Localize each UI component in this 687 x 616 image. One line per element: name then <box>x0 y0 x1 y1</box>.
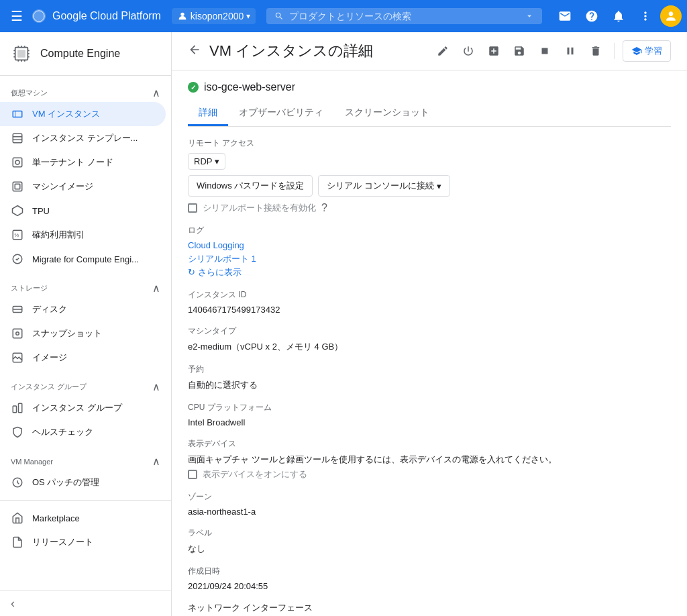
project-icon <box>177 11 188 21</box>
sidebar-item-release-notes[interactable]: リリースノート <box>0 530 166 554</box>
sidebar-item-disks[interactable]: ディスク <box>0 297 166 321</box>
display-device-toggle-row: 表示デバイスをオンにする <box>188 468 671 480</box>
bell-icon[interactable] <box>606 4 631 28</box>
sidebar-collapse-btn[interactable]: ‹ <box>0 591 171 616</box>
serial-port-link[interactable]: シリアルポート 1 <box>188 254 256 264</box>
tab-observability[interactable]: オブザーバビリティ <box>228 101 334 126</box>
display-device-checkbox[interactable] <box>188 470 197 479</box>
sidebar-section-instance-groups: インスタンス グループ ∧ <box>0 370 171 396</box>
instance-groups-icon <box>11 401 24 415</box>
serial-console-chevron-icon: ▾ <box>437 181 441 191</box>
snapshots-icon <box>11 327 24 340</box>
learn-button[interactable]: 学習 <box>623 40 671 62</box>
tab-detail[interactable]: 詳細 <box>188 101 228 126</box>
tab-screenshot[interactable]: スクリーンショット <box>334 101 440 126</box>
sidebar-item-os-patch[interactable]: OS パッチの管理 <box>0 470 166 495</box>
sidebar-item-sole-tenant-label: 単一テナント ノード <box>32 156 113 168</box>
sidebar-item-machine-images[interactable]: マシンイメージ <box>0 174 166 199</box>
sidebar-header: Compute Engine <box>0 32 171 76</box>
instance-name-row: iso-gce-web-server <box>188 81 671 93</box>
committed-use-icon: % <box>11 228 24 242</box>
sidebar-item-migrate[interactable]: Migrate for Compute Engi... <box>0 247 166 271</box>
vm-manager-collapse-icon[interactable]: ∧ <box>152 455 160 468</box>
cpu-platform-section: CPU プラットフォーム Intel Broadwell <box>188 402 671 427</box>
windows-password-button[interactable]: Windows パスワードを設定 <box>188 175 313 197</box>
instance-templates-icon <box>11 132 24 145</box>
sidebar-item-instance-groups-label: インスタンス グループ <box>32 402 122 414</box>
sidebar: Compute Engine 仮想マシン ∧ VM インスタンス インスタンス … <box>0 32 172 616</box>
serial-port-row: シリアルポート接続を有効化 ? <box>188 202 671 214</box>
sidebar-item-snapshots[interactable]: スナップショット <box>0 321 166 346</box>
display-device-toggle-label: 表示デバイスをオンにする <box>203 468 307 480</box>
serial-console-button[interactable]: シリアル コンソールに接続 ▾ <box>318 175 450 197</box>
add-button[interactable] <box>484 41 504 61</box>
sidebar-collapse-icon: ‹ <box>11 597 15 611</box>
user-avatar[interactable] <box>660 5 682 27</box>
sidebar-item-marketplace-label: Marketplace <box>32 513 80 523</box>
pause-button[interactable] <box>560 41 580 61</box>
release-notes-icon <box>11 535 24 549</box>
reservation-section: 予約 自動的に選択する <box>188 364 671 391</box>
sidebar-item-release-notes-label: リリースノート <box>32 536 93 548</box>
sidebar-item-images-label: イメージ <box>32 352 67 364</box>
labels-value: なし <box>188 543 671 555</box>
help-icon[interactable] <box>580 4 604 28</box>
sidebar-item-health-checks[interactable]: ヘルスチェック <box>0 420 166 444</box>
notifications-icon[interactable] <box>553 4 577 28</box>
labels-title: ラベル <box>188 527 671 539</box>
search-icon <box>274 11 284 21</box>
sidebar-header-title: Compute Engine <box>40 48 120 60</box>
topbar-logo-text: Google Cloud Platform <box>52 10 161 22</box>
storage-collapse-icon[interactable]: ∧ <box>152 282 160 295</box>
serial-port-checkbox[interactable] <box>188 203 197 213</box>
more-options-icon[interactable] <box>633 4 657 28</box>
reservation-value: 自動的に選択する <box>188 379 671 391</box>
sidebar-item-tpu[interactable]: TPU <box>0 199 166 223</box>
sidebar-item-committed-use[interactable]: % 確約利用割引 <box>0 223 166 247</box>
sidebar-item-snapshots-label: スナップショット <box>32 327 102 340</box>
cpu-platform-title: CPU プラットフォーム <box>188 402 671 413</box>
search-input[interactable] <box>289 11 519 21</box>
save-button[interactable] <box>509 41 529 61</box>
labels-section: ラベル なし <box>188 527 671 555</box>
edit-button[interactable] <box>433 41 453 61</box>
stop-button[interactable] <box>535 41 555 61</box>
instance-id-section: インスタンス ID 1406467175499173432 <box>188 289 671 315</box>
svg-rect-34 <box>19 403 22 413</box>
serial-port-help-icon[interactable]: ? <box>321 202 327 214</box>
sidebar-item-disks-label: ディスク <box>32 303 67 315</box>
project-chevron-icon: ▾ <box>246 11 250 21</box>
rdp-buttons-row: Windows パスワードを設定 シリアル コンソールに接続 ▾ <box>188 175 671 197</box>
topbar-search-bar[interactable] <box>266 8 542 24</box>
sidebar-item-images[interactable]: イメージ <box>0 346 166 370</box>
rdp-dropdown[interactable]: RDP ▾ <box>188 153 225 170</box>
sidebar-item-instance-templates[interactable]: インスタンス テンプレー... <box>0 126 166 150</box>
power-button[interactable] <box>458 41 478 61</box>
topbar-project-selector[interactable]: kisopon2000 ▾ <box>172 8 256 24</box>
section-collapse-icon[interactable]: ∧ <box>152 87 160 99</box>
instance-groups-collapse-icon[interactable]: ∧ <box>152 380 160 393</box>
divider <box>614 43 615 59</box>
content-body: iso-gce-web-server 詳細 オブザーバビリティ スクリーンショッ… <box>172 70 687 616</box>
sidebar-item-marketplace[interactable]: Marketplace <box>0 506 166 530</box>
machine-images-icon <box>11 180 24 193</box>
svg-rect-20 <box>13 158 22 167</box>
sidebar-item-instance-groups[interactable]: インスタンス グループ <box>0 396 166 420</box>
instance-id-title: インスタンス ID <box>188 289 671 301</box>
sidebar-item-migrate-label: Migrate for Compute Engi... <box>32 254 139 264</box>
created-at-section: 作成日時 2021/09/24 20:04:55 <box>188 566 671 591</box>
more-display-link[interactable]: ↻ さらに表示 <box>188 267 242 277</box>
back-button[interactable] <box>188 43 201 60</box>
delete-button[interactable] <box>586 41 606 61</box>
sidebar-item-vm-instances[interactable]: VM インスタンス <box>0 102 166 126</box>
log-section: ログ Cloud Logging シリアルポート 1 ↻ さらに表示 <box>188 225 671 278</box>
cloud-logging-link[interactable]: Cloud Logging <box>188 240 244 250</box>
svg-point-21 <box>15 160 19 164</box>
menu-icon[interactable]: ☰ <box>5 3 28 30</box>
sidebar-item-sole-tenant[interactable]: 単一テナント ノード <box>0 150 166 174</box>
machine-type-value: e2-medium（vCPU x 2、メモリ 4 GB） <box>188 341 671 353</box>
svg-rect-23 <box>15 184 20 189</box>
svg-marker-24 <box>13 206 23 216</box>
svg-rect-2 <box>17 50 25 58</box>
svg-text:%: % <box>15 232 19 238</box>
